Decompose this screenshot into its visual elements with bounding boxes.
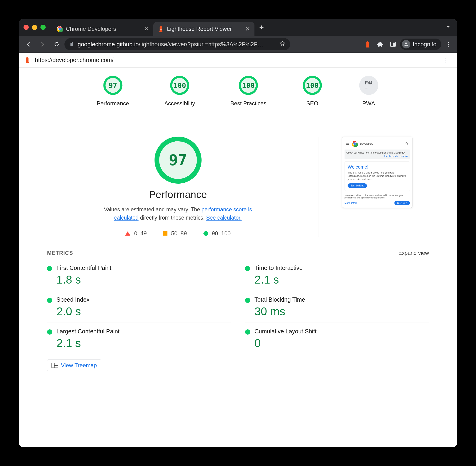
category-gauge-strip: 97 Performance 100 Accessibility 100 Bes… — [19, 68, 457, 113]
gauge-performance[interactable]: 97 Performance — [97, 75, 129, 107]
tested-url: https://developer.chrome.com/ — [35, 57, 114, 63]
gauge-ring: 100 — [169, 75, 190, 96]
see-calculator-link[interactable]: See calculator. — [206, 215, 242, 221]
svg-marker-8 — [366, 41, 369, 42]
bookmark-star-icon[interactable] — [279, 40, 286, 48]
window-zoom-button[interactable] — [40, 25, 46, 30]
omnibox[interactable]: googlechrome.github.io/lighthouse/viewer… — [64, 38, 290, 50]
tab-chrome-developers[interactable]: Chrome Developers ✕ — [52, 22, 153, 36]
svg-marker-16 — [26, 57, 29, 58]
panel-toggle-icon[interactable] — [387, 39, 399, 50]
legend-avg-icon — [163, 231, 167, 236]
metric-value: 30 ms — [254, 305, 429, 318]
metric-status-dot — [47, 329, 52, 335]
incognito-icon — [402, 40, 410, 48]
metric-row: Largest Contentful Paint 2.1 s — [47, 323, 231, 354]
metric-name: Cumulative Layout Shift — [254, 328, 429, 335]
svg-point-1 — [59, 28, 61, 30]
performance-big-score: 97 — [155, 137, 202, 184]
gauge-best-practices[interactable]: 100 Best Practices — [230, 75, 266, 107]
metric-row: Cumulative Layout Shift 0 — [245, 323, 429, 354]
svg-rect-7 — [366, 42, 369, 46]
tab-lighthouse-viewer[interactable]: Lighthouse Report Viewer ✕ — [153, 22, 254, 36]
svg-point-19 — [445, 59, 447, 61]
svg-point-35 — [406, 142, 407, 144]
legend-pass-icon — [203, 231, 208, 236]
viewer-menu-button[interactable] — [440, 55, 452, 66]
gauge-ring: 100 — [238, 75, 259, 96]
svg-point-34 — [354, 142, 356, 145]
metrics-heading: METRICS — [47, 250, 73, 256]
svg-point-14 — [448, 46, 449, 47]
lock-icon — [69, 41, 74, 48]
metrics-grid: First Contentful Paint 1.8 s Time to Int… — [47, 259, 429, 354]
treemap-icon — [51, 363, 58, 368]
svg-rect-5 — [160, 29, 162, 30]
omnibox-url: googlechrome.github.io/lighthouse/viewer… — [78, 41, 276, 48]
performance-title: Performance — [149, 189, 207, 200]
svg-marker-6 — [159, 31, 163, 32]
forward-button[interactable] — [36, 38, 49, 51]
search-icon — [405, 142, 408, 145]
hamburger-icon — [346, 142, 349, 145]
svg-point-13 — [448, 44, 449, 45]
metric-name: First Contentful Paint — [57, 265, 231, 271]
metrics-section: METRICS Expand view First Contentful Pai… — [19, 246, 457, 381]
page-screenshot-thumbnail: Developers Check out what's new for the … — [342, 137, 413, 208]
tab-close-button[interactable]: ✕ — [245, 25, 250, 33]
browser-menu-button[interactable] — [443, 39, 454, 50]
tab-strip: Chrome Developers ✕ Lighthouse Report Vi… — [19, 19, 457, 36]
view-treemap-button[interactable]: View Treemap — [47, 360, 101, 371]
svg-line-36 — [407, 144, 408, 145]
svg-rect-11 — [393, 43, 395, 46]
svg-point-18 — [445, 58, 447, 59]
metric-value: 2.1 s — [57, 337, 231, 350]
metric-status-dot — [245, 266, 250, 271]
new-tab-button[interactable]: ＋ — [256, 22, 267, 33]
viewer-topbar: https://developer.chrome.com/ — [19, 53, 457, 68]
performance-hero: 97 Performance Values are estimated and … — [19, 113, 457, 246]
metric-value: 1.8 s — [57, 273, 231, 286]
metric-name: Speed Index — [57, 296, 231, 303]
metric-value: 2.0 s — [57, 305, 231, 318]
chrome-favicon-icon — [57, 26, 63, 32]
extensions-puzzle-icon[interactable] — [375, 39, 386, 50]
traffic-lights — [24, 25, 46, 30]
metric-name: Largest Contentful Paint — [57, 328, 231, 335]
tab-title: Chrome Developers — [66, 26, 116, 32]
tabs-menu-button[interactable] — [445, 23, 452, 31]
reload-button[interactable] — [50, 38, 63, 51]
browser-window: Chrome Developers ✕ Lighthouse Report Vi… — [19, 19, 457, 447]
window-minimize-button[interactable] — [32, 25, 37, 30]
extension-lighthouse-icon[interactable] — [362, 39, 373, 50]
svg-marker-3 — [160, 26, 162, 27]
incognito-label: Incognito — [413, 41, 437, 48]
metric-row: First Contentful Paint 1.8 s — [47, 259, 231, 291]
metric-row: Time to Interactive 2.1 s — [245, 259, 429, 291]
metric-status-dot — [245, 329, 250, 335]
back-button[interactable] — [22, 38, 35, 51]
browser-toolbar: googlechrome.github.io/lighthouse/viewer… — [19, 36, 457, 53]
legend-fail-icon — [125, 231, 130, 236]
gauge-accessibility[interactable]: 100 Accessibility — [164, 75, 195, 107]
svg-marker-17 — [25, 62, 29, 63]
gauge-ring: 100 — [302, 75, 323, 96]
expand-view-toggle[interactable]: Expand view — [398, 250, 429, 256]
gauge-ring: 97 — [102, 75, 123, 96]
metric-status-dot — [47, 298, 52, 303]
performance-blurb: Values are estimated and may vary. The p… — [103, 206, 253, 222]
lighthouse-favicon-icon — [158, 26, 164, 32]
incognito-chip[interactable]: Incognito — [400, 39, 441, 50]
svg-point-20 — [445, 61, 447, 63]
lighthouse-logo-icon — [24, 57, 31, 64]
metric-status-dot — [47, 266, 52, 271]
metric-row: Speed Index 2.0 s — [47, 291, 231, 323]
metric-name: Time to Interactive — [254, 265, 429, 271]
gauge-seo[interactable]: 100 SEO — [302, 75, 323, 107]
svg-rect-2 — [160, 27, 162, 31]
window-close-button[interactable] — [24, 25, 29, 30]
tab-close-button[interactable]: ✕ — [144, 25, 149, 33]
gauge-pwa[interactable]: PWA— PWA — [358, 75, 379, 107]
svg-marker-9 — [366, 46, 369, 47]
svg-rect-15 — [26, 58, 29, 62]
